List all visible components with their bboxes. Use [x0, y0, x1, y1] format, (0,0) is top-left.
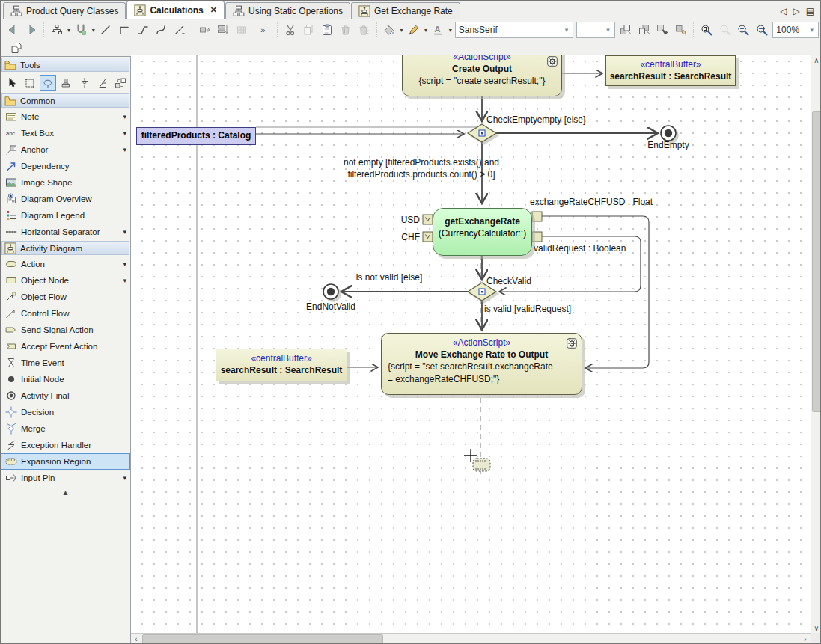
palette-item-merge[interactable]: Merge [1, 420, 130, 437]
palette-item-action[interactable]: Action▾ [1, 256, 130, 272]
to-back-button[interactable] [635, 21, 653, 40]
zoom-region-button[interactable] [697, 21, 715, 40]
zoom-out-button[interactable] [753, 21, 772, 40]
horizontal-scrollbar[interactable]: ‹ › [131, 633, 811, 644]
copy-button[interactable] [299, 21, 318, 40]
empty-else-guard[interactable]: empty [else] [520, 114, 602, 125]
cut-button[interactable] [281, 21, 299, 40]
show-containment-button[interactable] [7, 39, 26, 58]
to-front-button[interactable] [617, 21, 635, 40]
fill-color-button[interactable] [380, 21, 399, 40]
font-family-select[interactable]: SansSerif▾ [455, 22, 573, 38]
paste-button[interactable] [318, 21, 337, 40]
diagram-canvas[interactable]: «ActionScript» Create Output {script = "… [131, 55, 811, 634]
tab-scroll-left-button[interactable]: ◁ [780, 6, 787, 16]
horizontal-scroll-thumb[interactable] [142, 634, 383, 644]
snap-button[interactable] [72, 21, 91, 40]
distribute-tool[interactable] [76, 75, 93, 91]
select-in-tree-button[interactable] [653, 21, 672, 40]
palette-item-decision[interactable]: Decision [1, 404, 130, 420]
create-output-action[interactable]: «ActionScript» Create Output {script = "… [402, 55, 562, 96]
palette-section-common[interactable]: Common [1, 93, 129, 108]
search-result-buffer-top[interactable]: «centralBuffer» searchResult : SearchRes… [605, 55, 736, 86]
tab-close-icon[interactable]: ✕ [210, 5, 217, 15]
chevron-down-icon[interactable]: ▾ [123, 113, 126, 120]
palette-item-anchor[interactable]: Anchor▾ [1, 141, 130, 158]
chevron-down-icon[interactable]: ▾ [91, 27, 97, 34]
zoom-fit-button[interactable] [715, 21, 734, 40]
chevron-down-icon[interactable]: ▾ [448, 27, 454, 34]
palette-item-input-pin[interactable]: Input Pin▾ [1, 470, 130, 486]
vertical-scrollbar[interactable]: ∧ ∨ [811, 55, 821, 633]
font-color-button[interactable]: A [429, 21, 448, 40]
custom-path-button[interactable] [171, 21, 189, 40]
chevron-down-icon[interactable]: ▾ [399, 27, 405, 34]
get-exchange-rate-action[interactable]: getExchangeRate (CurrencyCalculator::) [433, 208, 532, 256]
scroll-left-arrow[interactable]: ‹ [131, 634, 141, 644]
palette-section-activity-diagram[interactable]: Activity Diagram [1, 241, 129, 255]
palette-item-object-flow[interactable]: Object Flow [1, 289, 130, 305]
end-not-valid-label[interactable]: EndNotValid [286, 301, 376, 312]
chevron-down-icon[interactable]: ▾ [423, 27, 429, 34]
palette-item-horizontal-separator[interactable]: Horizontal Separator▾ [1, 224, 130, 240]
chevron-down-icon[interactable]: ▾ [123, 129, 126, 137]
palette-item-note[interactable]: Note▾ [1, 108, 130, 125]
palette-section-tools[interactable]: Tools [1, 58, 129, 72]
end-empty-label[interactable]: EndEmpty [631, 140, 706, 150]
stamp-tool[interactable] [58, 75, 74, 91]
palette-item-diagram-legend[interactable]: Diagram Legend [1, 207, 130, 224]
forward-button[interactable] [22, 21, 41, 40]
oblique-path-button[interactable] [133, 21, 152, 40]
toolbar-overflow-button[interactable]: » [251, 21, 275, 40]
grid-button[interactable] [233, 21, 251, 40]
swap-tool[interactable] [112, 75, 129, 91]
chevron-down-icon[interactable]: ▾ [123, 277, 126, 284]
usd-pin-label[interactable]: USD [382, 215, 420, 225]
palette-item-initial-node[interactable]: Initial Node [1, 371, 130, 387]
palette-item-time-event[interactable]: Time Event [1, 355, 130, 371]
palette-item-send-signal-action[interactable]: Send Signal Action [1, 322, 130, 338]
palette-item-activity-final[interactable]: Activity Final [1, 387, 130, 404]
palette-item-image-shape[interactable]: Image Shape [1, 174, 130, 191]
delete-button[interactable] [336, 21, 355, 40]
delete-from-model-button[interactable] [355, 21, 373, 40]
tab-using-static-operations[interactable]: Using Static Operations [225, 2, 350, 19]
chevron-down-icon[interactable]: ▾ [66, 27, 72, 34]
layout-button[interactable] [47, 21, 66, 40]
scroll-up-arrow[interactable]: ∧ [811, 55, 821, 65]
zoom-level-select[interactable]: 100%▾ [772, 22, 818, 38]
rectilinear-off-button[interactable] [97, 21, 115, 40]
palette-scroll-up[interactable]: ▲ [1, 486, 130, 497]
filtered-products-node[interactable]: filteredProducts : Catalog [136, 127, 256, 145]
not-empty-guard-line2[interactable]: filteredProducts.products.count() > 0] [309, 169, 534, 180]
palette-item-text-box[interactable]: abcText Box▾ [1, 125, 130, 141]
vertical-scroll-thumb[interactable] [812, 111, 821, 412]
same-height-button[interactable] [214, 21, 233, 40]
palette-item-control-flow[interactable]: Control Flow [1, 305, 130, 322]
move-exchange-rate-action[interactable]: «ActionScript» Move Exchange Rate to Out… [381, 333, 582, 395]
chf-pin-label[interactable]: CHF [382, 232, 420, 242]
marquee-tool[interactable] [22, 75, 38, 91]
palette-item-diagram-overview[interactable]: Diagram Overview [1, 191, 130, 207]
tab-scroll-right-button[interactable]: ▷ [793, 6, 799, 16]
pointer-tool[interactable] [4, 75, 20, 91]
scroll-down-arrow[interactable]: ∨ [811, 622, 821, 633]
tab-get-exchange-rate[interactable]: Get Exchange Rate [351, 2, 460, 19]
chevron-down-icon[interactable]: ▾ [123, 474, 126, 482]
align-tool[interactable] [94, 75, 111, 91]
palette-item-object-node[interactable]: Object Node▾ [1, 272, 130, 289]
font-size-select[interactable]: ▾ [576, 22, 615, 38]
tab-calculations[interactable]: Calculations✕ [126, 1, 225, 19]
not-empty-guard-line1[interactable]: not empty [filteredProducts.exists() and [309, 157, 534, 168]
exchange-rate-pin-label[interactable]: exchangeRateCHFUSD : Float [530, 197, 653, 207]
is-not-valid-guard[interactable]: is not valid [else] [341, 272, 438, 283]
check-valid-label[interactable]: CheckValid [486, 276, 531, 286]
palette-item-dependency[interactable]: Dependency [1, 158, 130, 174]
palette-item-expansion-region[interactable]: Expansion Region [1, 453, 130, 470]
same-width-button[interactable] [195, 21, 214, 40]
search-result-buffer-left[interactable]: «centralBuffer» searchResult : SearchRes… [216, 349, 347, 381]
output-pins[interactable] [532, 212, 542, 242]
palette-item-accept-event-action[interactable]: Accept Event Action [1, 338, 130, 355]
tab-list-button[interactable]: ▤ [806, 6, 814, 16]
bezier-path-button[interactable] [152, 21, 171, 40]
